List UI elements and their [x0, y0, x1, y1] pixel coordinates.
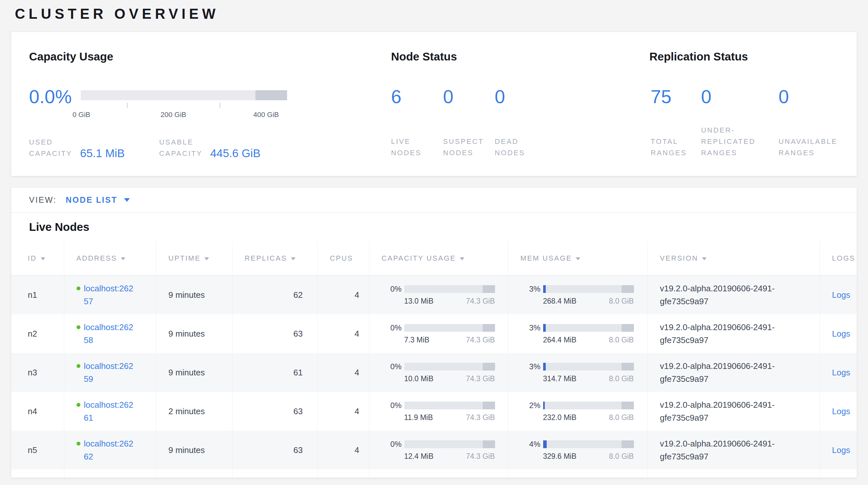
table-row: n4 localhost:26261 2 minutes 63 4 0% 11.… — [11, 392, 857, 431]
unavailable-ranges-count: 0 — [779, 86, 789, 107]
node-healthy-dot-icon — [76, 442, 81, 446]
mem-bar — [543, 440, 634, 448]
logs-link[interactable]: Logs — [832, 368, 850, 377]
replicas-cell: 62 — [232, 276, 317, 314]
mem-bar — [543, 324, 634, 332]
total-ranges-count: 75 — [651, 86, 672, 107]
node-healthy-dot-icon — [76, 286, 81, 290]
column-header-cpus: CPUS — [317, 241, 369, 276]
node-id-cell: n3 — [11, 353, 64, 392]
mem-usage-cell: 3% 314.7 MiB8.0 GiB — [508, 353, 647, 392]
node-address-link[interactable]: localhost:26261 — [84, 398, 136, 424]
version-cell: v19.2.0-alpha.20190606-2491-gfe735c9a97 — [647, 392, 819, 431]
capacity-axis: 0 GiB 200 GiB 400 GiB — [81, 102, 287, 123]
sort-arrow-icon — [460, 257, 464, 260]
column-header-mem-usage[interactable]: MEM USAGE — [508, 241, 647, 276]
used-capacity-stat: USED CAPACITY 65.1 MiB — [29, 137, 125, 159]
chevron-down-icon — [124, 198, 130, 202]
node-healthy-dot-icon — [76, 403, 81, 407]
logs-link[interactable]: Logs — [832, 406, 850, 416]
under-replicated-label: UNDER- REPLICATED RANGES — [701, 124, 755, 159]
table-row: n5 localhost:26262 9 minutes 63 4 0% 12.… — [11, 431, 857, 469]
column-header-replicas[interactable]: REPLICAS — [232, 241, 317, 276]
table-row: n2 localhost:26258 9 minutes 63 4 0% 7.3… — [11, 314, 857, 353]
capacity-usage-cell: 0% 11.9 MiB74.3 GiB — [369, 392, 508, 431]
sort-arrow-icon — [121, 257, 125, 260]
sort-arrow-icon — [291, 257, 296, 260]
table-header-row: ID ADDRESS UPTIME REPLICAS CPUS CAPACITY… — [11, 241, 857, 276]
uptime-cell: 2 minutes — [156, 392, 232, 431]
view-label: VIEW: — [29, 195, 57, 205]
node-id-cell: n1 — [11, 276, 64, 314]
cluster-summary-card: Capacity Usage 0.0% 0 GiB 200 GiB 400 Gi… — [11, 32, 857, 176]
version-cell: v19.2.0-alpha.20190606-2491-gfe735c9a97 — [647, 314, 819, 353]
live-nodes-card: VIEW: NODE LIST Live Nodes ID ADDRESS UP… — [11, 187, 857, 478]
replicas-cell: 63 — [232, 431, 317, 469]
mem-bar — [543, 285, 634, 293]
view-selector-bar: VIEW: NODE LIST — [11, 188, 857, 213]
node-address-cell: localhost:26258 — [64, 314, 156, 353]
table-row-partial — [11, 469, 857, 478]
column-header-address[interactable]: ADDRESS — [64, 241, 156, 276]
column-header-version[interactable]: VERSION — [647, 241, 819, 276]
node-id-cell: n4 — [11, 392, 64, 431]
logs-link[interactable]: Logs — [832, 445, 850, 455]
logs-link[interactable]: Logs — [832, 290, 850, 300]
node-address-link[interactable]: localhost:26259 — [84, 360, 136, 386]
live-nodes-count: 6 — [391, 86, 401, 107]
version-cell: v19.2.0-alpha.20190606-2491-gfe735c9a97 — [647, 353, 819, 392]
capacity-percent: 0.0% — [29, 86, 72, 107]
logs-cell: Logs — [819, 353, 857, 392]
cpus-cell: 4 — [317, 431, 369, 469]
node-address-link[interactable]: localhost:26257 — [84, 282, 136, 308]
column-header-capacity-usage[interactable]: CAPACITY USAGE — [369, 241, 508, 276]
axis-tick — [127, 103, 128, 108]
column-header-id[interactable]: ID — [11, 241, 64, 276]
capacity-usage-cell: 0% 10.0 MiB74.3 GiB — [369, 353, 508, 392]
cpus-cell: 4 — [317, 392, 369, 431]
sort-arrow-icon — [576, 257, 580, 260]
node-address-cell: localhost:26257 — [64, 276, 156, 314]
cpus-cell: 4 — [317, 314, 369, 353]
page-title: CLUSTER OVERVIEW — [15, 6, 219, 22]
capacity-usage-cell: 0% 12.4 MiB74.3 GiB — [369, 431, 508, 469]
cpus-cell: 4 — [317, 276, 369, 314]
sort-arrow-icon — [205, 257, 209, 260]
column-header-uptime[interactable]: UPTIME — [156, 241, 232, 276]
logs-link[interactable]: Logs — [832, 329, 850, 339]
capacity-usage-cell: 0% 7.3 MiB74.3 GiB — [369, 314, 508, 353]
capacity-bar — [404, 402, 495, 409]
sort-arrow-icon — [41, 257, 45, 260]
node-address-link[interactable]: localhost:26262 — [84, 437, 136, 463]
axis-label: 400 GiB — [253, 111, 279, 119]
live-nodes-table: ID ADDRESS UPTIME REPLICAS CPUS CAPACITY… — [11, 241, 857, 478]
under-replicated-count: 0 — [701, 86, 711, 107]
dead-nodes-label: DEAD NODES — [495, 136, 525, 159]
mem-usage-cell: 3% 268.4 MiB8.0 GiB — [508, 276, 647, 314]
unavailable-ranges-label: UNAVAILABLE RANGES — [779, 136, 837, 159]
mem-usage-cell: 4% 329.6 MiB8.0 GiB — [508, 431, 647, 469]
axis-label: 0 GiB — [72, 111, 90, 119]
capacity-usage-cell: 0% 13.0 MiB74.3 GiB — [369, 276, 508, 314]
total-ranges-label: TOTAL RANGES — [651, 136, 687, 159]
usable-capacity-stat: USABLE CAPACITY 445.6 GiB — [159, 137, 260, 159]
capacity-bar-dark-segment — [255, 90, 287, 100]
view-selector-dropdown[interactable]: NODE LIST — [66, 195, 129, 205]
used-capacity-label: USED CAPACITY — [29, 137, 72, 159]
node-id-cell: n2 — [11, 314, 64, 353]
cpus-cell: 4 — [317, 353, 369, 392]
replicas-cell: 63 — [232, 392, 317, 431]
mem-bar — [543, 363, 634, 371]
node-address-link[interactable]: localhost:26258 — [84, 321, 136, 347]
uptime-cell: 9 minutes — [156, 276, 232, 314]
capacity-bar — [404, 363, 495, 371]
table-row: n1 localhost:26257 9 minutes 62 4 0% 13.… — [11, 276, 857, 314]
uptime-cell: 9 minutes — [156, 431, 232, 469]
dead-nodes-count: 0 — [495, 86, 505, 107]
logs-cell: Logs — [819, 431, 857, 469]
node-healthy-dot-icon — [76, 325, 81, 329]
logs-cell: Logs — [819, 276, 857, 314]
uptime-cell: 9 minutes — [156, 353, 232, 392]
replication-status-title: Replication Status — [649, 50, 748, 63]
suspect-nodes-count: 0 — [443, 86, 454, 107]
